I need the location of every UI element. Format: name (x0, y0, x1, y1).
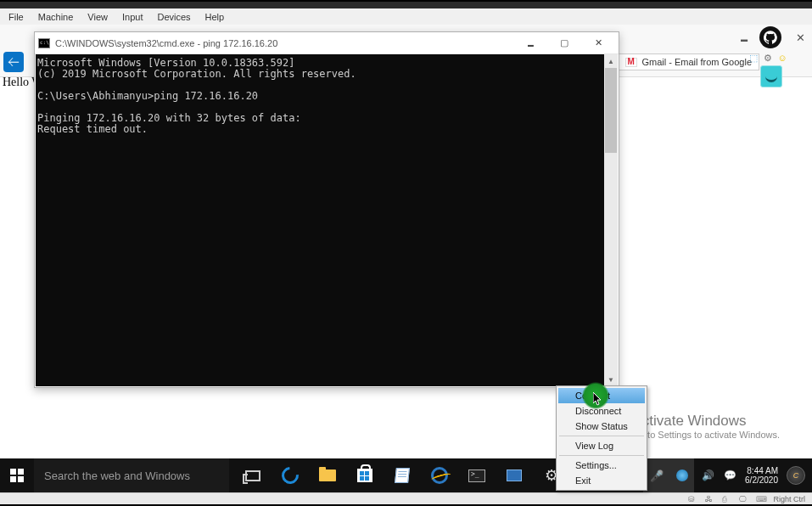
vm-menu-help[interactable]: Help (199, 10, 231, 24)
vm-status-usb-icon[interactable]: ⎙ (722, 495, 732, 503)
search-placeholder: Search the web and Windows (44, 469, 190, 482)
vm-hostkey-label: Right Ctrl (773, 495, 805, 503)
ctx-disconnect[interactable]: Disconnect (558, 403, 645, 419)
smiley-ext-icon[interactable]: ☺ (776, 52, 788, 64)
clock-date: 6/2/2020 (745, 475, 778, 485)
guest-desktop: ⬚ ⚙ ☺ 🡠 Gmail - Email from Google Hello … (0, 25, 812, 492)
extension-icons: ⬚ ⚙ ☺ (748, 52, 788, 64)
tray-mic-icon[interactable]: 🎤 (650, 469, 664, 482)
ctx-separator (559, 436, 644, 436)
vm-menubar: File Machine View Input Devices Help (0, 8, 812, 25)
gmail-bookmark-label: Gmail - Email from Google (641, 57, 752, 67)
tray-extra-panel: 🎤 (643, 458, 694, 492)
vm-menu-view[interactable]: View (81, 10, 114, 24)
gmail-bookmark[interactable]: Gmail - Email from Google (618, 53, 759, 70)
notepad-taskbar-button[interactable] (384, 458, 421, 492)
taskview-icon (245, 470, 260, 481)
cmd-minimize-button[interactable]: 🗕 (513, 33, 547, 53)
ctx-connect[interactable]: Connect (558, 388, 645, 403)
scroll-up-icon[interactable]: ▲ (604, 54, 618, 68)
cmd-close-button[interactable]: ✕ (581, 33, 615, 53)
terminal-icon (468, 469, 485, 482)
ie-icon (431, 467, 448, 484)
activate-windows-watermark: Activate Windows Go to Settings to activ… (632, 413, 780, 440)
back-button[interactable]: 🡠 (3, 52, 24, 72)
ctx-settings[interactable]: Settings... (558, 458, 645, 473)
vm-menu-machine[interactable]: Machine (32, 10, 80, 24)
cmd-body[interactable]: Microsoft Windows [Version 10.0.18363.59… (36, 54, 618, 386)
network-ext-icon[interactable]: ⬚ (748, 52, 759, 64)
ctx-exit[interactable]: Exit (558, 473, 645, 488)
gear-ext-icon[interactable]: ⚙ (762, 52, 774, 64)
start-button[interactable] (0, 458, 34, 492)
cmd-icon (38, 38, 50, 48)
notepad-icon (395, 468, 410, 483)
tray-notify-icon[interactable]: 💬 (723, 469, 736, 482)
store-taskbar-button[interactable] (346, 458, 384, 492)
clock-time: 8:44 AM (745, 466, 778, 475)
app-thumbnail[interactable] (760, 65, 782, 87)
vm-statusbar: ⛁ 🖧 ⎙ 🖵 ⌨ Right Ctrl (0, 492, 812, 504)
ctx-view-log[interactable]: View Log (558, 438, 645, 453)
scroll-thumb[interactable] (605, 68, 617, 153)
taskbar-clock[interactable]: 8:44 AM 6/2/2020 (745, 466, 778, 485)
ctx-separator (559, 455, 644, 456)
tray-orb-icon[interactable] (676, 469, 688, 481)
recorder-badge-icon[interactable]: C (787, 466, 805, 485)
vm-menu-input[interactable]: Input (116, 10, 148, 24)
cmd-window[interactable]: C:\WINDOWS\system32\cmd.exe - ping 172.1… (34, 31, 619, 388)
ctx-show-status[interactable]: Show Status (558, 419, 645, 434)
ie-taskbar-button[interactable] (421, 458, 458, 492)
task-view-button[interactable] (234, 458, 272, 492)
vm-status-capture-icon[interactable]: ⌨ (756, 495, 766, 503)
cmd-scrollbar[interactable]: ▲ ▼ (604, 54, 618, 386)
folder-icon (319, 469, 336, 481)
cmd-output: Microsoft Windows [Version 10.0.18363.59… (36, 54, 604, 386)
store-icon (357, 469, 372, 482)
gmail-icon (625, 58, 637, 67)
tray-context-menu: Connect Disconnect Show Status View Log … (556, 385, 647, 491)
watermark-subtitle: Go to Settings to activate Windows. (632, 430, 780, 440)
browser-close-button[interactable] (792, 29, 809, 46)
vm-menu-devices[interactable]: Devices (151, 10, 196, 24)
edge-taskbar-button[interactable] (272, 458, 309, 492)
browser-minimize-button[interactable] (736, 29, 753, 46)
vm-taskbar-button[interactable] (496, 458, 533, 492)
cmd-maximize-button[interactable]: ▢ (547, 33, 581, 53)
explorer-taskbar-button[interactable] (309, 458, 346, 492)
scroll-down-icon[interactable]: ▼ (604, 373, 618, 386)
vm-status-disk-icon[interactable]: ⛁ (688, 495, 698, 503)
vm-status-display-icon[interactable]: 🖵 (739, 495, 749, 503)
watermark-title: Activate Windows (632, 413, 780, 430)
vm-host-window: File Machine View Input Devices Help ⬚ (0, 2, 812, 504)
taskbar-search[interactable]: Search the web and Windows (34, 458, 229, 492)
github-avatar-icon[interactable] (759, 26, 781, 48)
cmd-taskbar-button[interactable] (458, 458, 496, 492)
tray-volume-icon[interactable]: 🔊 (701, 469, 714, 482)
outer-frame: File Machine View Input Devices Help ⬚ (0, 0, 812, 506)
vm-menu-file[interactable]: File (3, 10, 30, 24)
cmd-title: C:\WINDOWS\system32\cmd.exe - ping 172.1… (55, 38, 513, 48)
windows-logo-icon (10, 469, 24, 482)
vm-icon (507, 469, 522, 481)
edge-icon (278, 464, 302, 487)
vm-status-net-icon[interactable]: 🖧 (705, 495, 715, 503)
vm-caption-strip (0, 2, 812, 8)
cmd-titlebar[interactable]: C:\WINDOWS\system32\cmd.exe - ping 172.1… (35, 32, 619, 54)
